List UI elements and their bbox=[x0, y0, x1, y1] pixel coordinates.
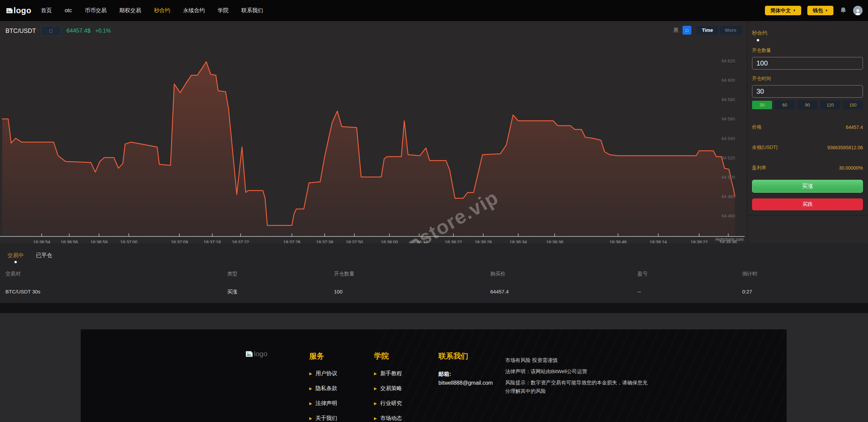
svg-text:18:38:38: 18:38:38 bbox=[546, 239, 564, 243]
svg-text:18:36:54: 18:36:54 bbox=[33, 239, 51, 243]
theme-label[interactable]: 黑 bbox=[673, 27, 678, 34]
col-countdown: 倒计时 bbox=[742, 267, 868, 281]
footer-col-contact: 联系我们 邮箱: bitwell888@gmail.com bbox=[438, 351, 493, 386]
cell-countdown: 0:27 bbox=[742, 281, 868, 302]
footer-link-about[interactable]: ▶ 关于我们 bbox=[309, 415, 337, 422]
footer-col-title: 学院 bbox=[374, 351, 402, 361]
navbar: logo 首页 otc 币币交易 期权交易 秒合约 永续合约 学院 联系我们 简… bbox=[0, 0, 868, 21]
nav-item-home[interactable]: 首页 bbox=[41, 7, 52, 14]
broken-image-icon bbox=[245, 351, 253, 357]
triangle-right-icon: ▶ bbox=[374, 386, 377, 391]
time-label: 开仓时间 bbox=[752, 76, 863, 82]
cell-type: 买涨 bbox=[227, 281, 334, 302]
disclaimer-line: 风险提示：数字资产交易有可能导致您的本金损失，请确保您充分理解其中的风险 bbox=[505, 378, 648, 395]
footer-link-beginner[interactable]: ▶ 新手教程 bbox=[374, 370, 402, 377]
svg-text:18:38:26: 18:38:26 bbox=[475, 239, 492, 243]
user-avatar[interactable] bbox=[853, 6, 863, 15]
svg-text:64 560: 64 560 bbox=[722, 116, 735, 121]
balance-value: 93663585812.06 bbox=[827, 145, 863, 150]
svg-text:18:38:48: 18:38:48 bbox=[609, 239, 627, 243]
amount-label: 开仓数量 bbox=[752, 47, 863, 54]
svg-text:18:37:26: 18:37:26 bbox=[283, 239, 300, 243]
footer-col-title: 联系我们 bbox=[438, 351, 493, 361]
email-address[interactable]: bitwell888@gmail.com bbox=[438, 380, 493, 386]
nav-item-contact[interactable]: 联系我们 bbox=[241, 7, 263, 14]
svg-text:64 600: 64 600 bbox=[722, 78, 735, 83]
time-option-90[interactable]: 90 bbox=[797, 101, 817, 109]
pair-badge[interactable]: □ bbox=[41, 26, 61, 36]
app-root: logo 首页 otc 币币交易 期权交易 秒合约 永续合约 学院 联系我们 简… bbox=[0, 0, 868, 422]
footer-area: logo 服务 ▶ 用户协议 ▶ 隐私条款 ▶ 法律声明 bbox=[0, 313, 868, 422]
balance-row: 余额(USDT) 93663585812.06 bbox=[752, 145, 863, 151]
time-input[interactable] bbox=[752, 85, 863, 98]
active-tab-dot bbox=[15, 261, 17, 263]
nav-item-academy[interactable]: 学院 bbox=[218, 7, 229, 14]
order-panel: 秒合约 开仓数量 开仓时间 30 60 90 120 150 价格 64457.… bbox=[747, 21, 868, 215]
footer-disclaimer: 市场有风险 投资需谨慎 法律声明：该网站由BitWell公司运营 风险提示：数字… bbox=[505, 356, 648, 398]
svg-text:18:39:22: 18:39:22 bbox=[691, 239, 708, 243]
svg-text:18:37:00: 18:37:00 bbox=[120, 239, 138, 243]
table-row[interactable]: BTC/USDT 30s 买涨 100 64457.4 -- 0:27 bbox=[0, 281, 868, 302]
nav-item-options[interactable]: 期权交易 bbox=[119, 7, 141, 14]
col-pair: 交易对 bbox=[5, 267, 227, 281]
svg-text:18:36:56: 18:36:56 bbox=[61, 239, 78, 243]
svg-text:18:37:38: 18:37:38 bbox=[316, 239, 333, 243]
cell-buy-price: 64457.4 bbox=[490, 281, 637, 302]
price-label: 价格 bbox=[752, 124, 762, 130]
time-option-30[interactable]: 30 bbox=[752, 101, 772, 109]
svg-text:64 580: 64 580 bbox=[722, 97, 735, 102]
time-mode-button[interactable]: Time bbox=[696, 26, 719, 35]
triangle-right-icon: ▶ bbox=[309, 416, 312, 421]
time-option-60[interactable]: 60 bbox=[775, 101, 795, 109]
notification-bell-icon[interactable] bbox=[840, 6, 847, 15]
logo-text: logo bbox=[14, 6, 32, 15]
footer-link-user-agreement[interactable]: ▶ 用户协议 bbox=[309, 370, 337, 377]
main-area: 18:36:5418:36:5618:36:5818:37:0018:37:08… bbox=[0, 21, 868, 243]
buy-down-button[interactable]: 买跌 bbox=[752, 198, 863, 210]
triangle-right-icon: ▶ bbox=[374, 371, 377, 376]
positions-section: 交易中 已平仓 交易对 类型 开仓数量 购买价 盈亏 倒计时 BTC/USDT … bbox=[0, 243, 868, 303]
tab-closed[interactable]: 已平仓 bbox=[36, 252, 52, 259]
time-option-120[interactable]: 120 bbox=[820, 101, 840, 109]
disclaimer-line: 市场有风险 投资需谨慎 bbox=[505, 356, 648, 364]
more-mode-button[interactable]: More bbox=[719, 26, 742, 35]
amount-input[interactable] bbox=[752, 57, 863, 70]
col-buy-price: 购买价 bbox=[490, 267, 637, 281]
nav-item-perpetual[interactable]: 永续合约 bbox=[183, 7, 205, 14]
footer-link-privacy[interactable]: ▶ 隐私条款 bbox=[309, 385, 337, 392]
svg-text:18:39:14: 18:39:14 bbox=[650, 239, 667, 243]
profit-rate-label: 盈利率 bbox=[752, 165, 766, 171]
nav-links: 首页 otc 币币交易 期权交易 秒合约 永续合约 学院 联系我们 bbox=[41, 7, 263, 14]
highcharts-credits[interactable]: Highcharts.com bbox=[715, 237, 744, 242]
tab-trading-label: 交易中 bbox=[7, 252, 24, 258]
positions-tabs: 交易中 已平仓 bbox=[0, 243, 868, 259]
wallet-button[interactable]: 钱包 ▼ bbox=[807, 6, 833, 15]
nav-item-seconds-contract[interactable]: 秒合约 bbox=[154, 7, 170, 14]
theme-badge-button[interactable]: □ bbox=[683, 26, 691, 35]
svg-text:18:37:50: 18:37:50 bbox=[346, 239, 363, 243]
wallet-label: 钱包 bbox=[813, 7, 823, 14]
buy-up-button[interactable]: 买涨 bbox=[752, 180, 863, 193]
svg-text:64 480: 64 480 bbox=[722, 194, 735, 199]
price-chart[interactable]: 18:36:5418:36:5618:36:5818:37:0018:37:08… bbox=[0, 21, 747, 243]
time-option-150[interactable]: 150 bbox=[843, 101, 863, 109]
footer-block: logo 服务 ▶ 用户协议 ▶ 隐私条款 ▶ 法律声明 bbox=[81, 329, 787, 422]
active-dot bbox=[757, 39, 759, 41]
tab-trading[interactable]: 交易中 bbox=[7, 252, 24, 259]
footer-link-legal[interactable]: ▶ 法律声明 bbox=[309, 400, 337, 407]
language-button[interactable]: 简体中文 ▼ bbox=[765, 6, 801, 15]
svg-text:64 460: 64 460 bbox=[722, 213, 735, 218]
footer-link-research[interactable]: ▶ 行业研究 bbox=[374, 400, 402, 407]
footer-link-market-news[interactable]: ▶ 市场动态 bbox=[374, 415, 402, 422]
nav-item-otc[interactable]: otc bbox=[65, 7, 72, 14]
order-sidebar: 秒合约 开仓数量 开仓时间 30 60 90 120 150 价格 64457.… bbox=[747, 21, 868, 243]
logo[interactable]: logo bbox=[6, 6, 32, 15]
nav-item-spot[interactable]: 币币交易 bbox=[85, 7, 106, 14]
svg-text:18:38:22: 18:38:22 bbox=[445, 239, 462, 243]
svg-text:64 540: 64 540 bbox=[722, 136, 735, 141]
svg-text:64 500: 64 500 bbox=[722, 175, 735, 180]
positions-table: 交易对 类型 开仓数量 购买价 盈亏 倒计时 BTC/USDT 30s 买涨 1… bbox=[0, 267, 868, 302]
footer-link-strategy[interactable]: ▶ 交易策略 bbox=[374, 385, 402, 392]
person-icon bbox=[854, 8, 862, 15]
email-label: 邮箱: bbox=[438, 371, 493, 378]
